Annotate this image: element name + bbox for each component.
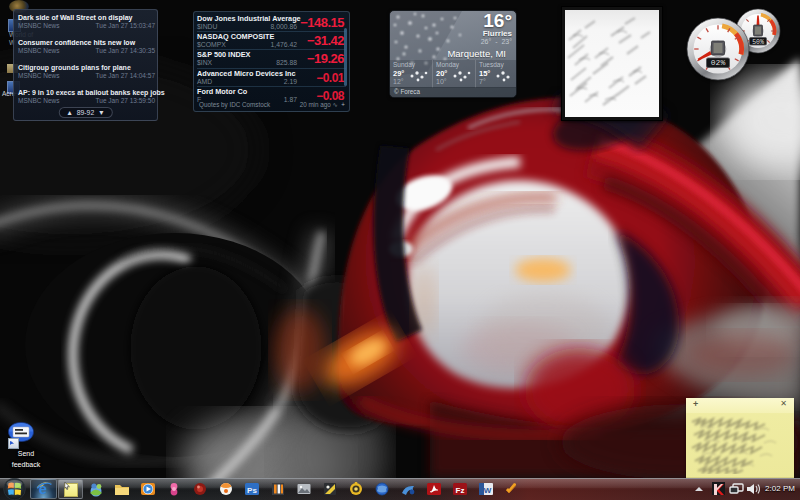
svg-text:Fz: Fz [456, 486, 465, 495]
svg-text:Ps: Ps [247, 486, 257, 495]
svg-text:W: W [484, 486, 492, 495]
svg-text:50%: 50% [752, 39, 764, 46]
svg-text:02%: 02% [711, 58, 726, 67]
